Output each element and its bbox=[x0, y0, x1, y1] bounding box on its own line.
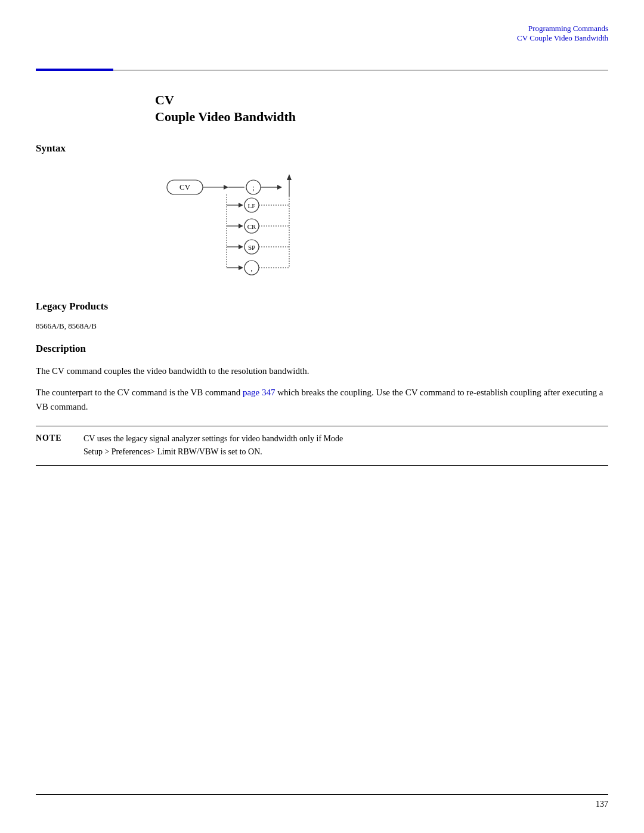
svg-marker-13 bbox=[239, 203, 243, 208]
note-line2: Setup > Preferences> Limit RBW/VBW is se… bbox=[83, 447, 262, 456]
svg-marker-17 bbox=[239, 224, 243, 228]
footer-rule bbox=[36, 794, 608, 795]
note-line1: CV uses the legacy signal analyzer setti… bbox=[83, 434, 343, 443]
syntax-diagram: CV ; bbox=[155, 163, 608, 283]
page-header: Programming Commands CV Couple Video Ban… bbox=[517, 24, 608, 43]
page: Programming Commands CV Couple Video Ban… bbox=[0, 0, 644, 833]
description-para1: The CV command couples the video bandwid… bbox=[36, 364, 608, 378]
svg-marker-3 bbox=[224, 185, 228, 190]
description-para2: The counterpart to the CV command is the… bbox=[36, 385, 608, 414]
legacy-heading: Legacy Products bbox=[36, 301, 608, 312]
note-label: NOTE bbox=[36, 432, 83, 443]
note-content: CV uses the legacy signal analyzer setti… bbox=[83, 432, 608, 459]
syntax-diagram-svg: CV ; bbox=[155, 163, 334, 283]
top-rule-black bbox=[113, 70, 608, 70]
svg-text:,: , bbox=[250, 264, 252, 272]
header-link-programming-commands[interactable]: Programming Commands bbox=[517, 24, 608, 33]
svg-text:LF: LF bbox=[248, 202, 256, 209]
title-cv: CV bbox=[155, 92, 608, 108]
svg-marker-25 bbox=[239, 265, 243, 270]
description-heading: Description bbox=[36, 343, 608, 355]
svg-marker-10 bbox=[287, 174, 292, 180]
svg-text:CR: CR bbox=[247, 223, 256, 230]
svg-marker-21 bbox=[239, 244, 243, 249]
note-box: NOTE CV uses the legacy signal analyzer … bbox=[36, 426, 608, 466]
legacy-products: 8566A/B, 8568A/B bbox=[36, 321, 608, 331]
svg-text:CV: CV bbox=[179, 182, 191, 191]
description-section: Description The CV command couples the v… bbox=[36, 343, 608, 414]
page-number: 137 bbox=[36, 800, 608, 809]
main-content: CV Couple Video Bandwidth Syntax CV ; bbox=[36, 80, 608, 466]
page-footer: 137 bbox=[36, 794, 608, 809]
svg-text:SP: SP bbox=[248, 244, 255, 251]
top-rule bbox=[36, 69, 608, 71]
svg-text:;: ; bbox=[252, 183, 255, 192]
page-link[interactable]: page 347 bbox=[243, 388, 275, 397]
title-main: Couple Video Bandwidth bbox=[155, 109, 608, 125]
top-rule-blue bbox=[36, 69, 113, 71]
legacy-section: Legacy Products 8566A/B, 8568A/B bbox=[36, 301, 608, 331]
syntax-heading: Syntax bbox=[36, 143, 608, 154]
header-link-cv-couple[interactable]: CV Couple Video Bandwidth bbox=[517, 33, 608, 43]
svg-marker-8 bbox=[277, 185, 282, 190]
